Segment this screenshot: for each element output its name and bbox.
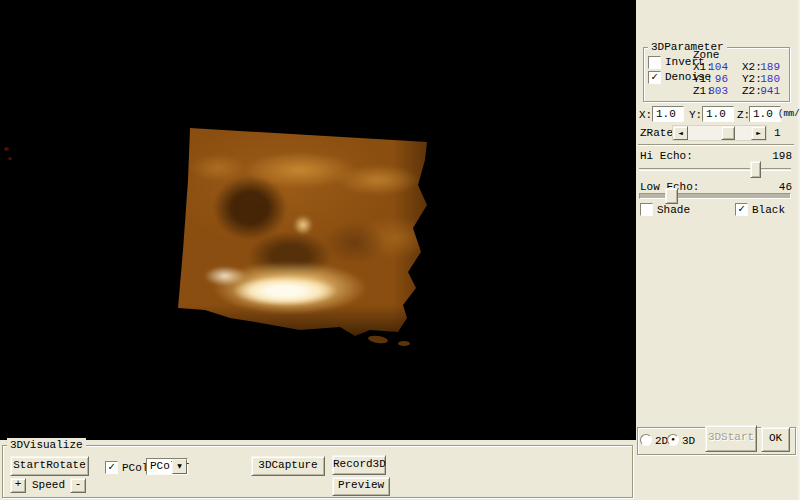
radio-2d[interactable] [640,434,652,446]
zrate-scroll-right-button[interactable]: ► [751,126,766,140]
hi-echo-label: Hi Echo: [640,150,693,162]
preview-button[interactable]: Preview [332,477,390,496]
zone-x2-value: 189 [760,61,780,73]
radio-3d-label: 3D [682,435,695,447]
denoise-checkbox[interactable]: ✓ [648,71,661,84]
zrate-value: 1 [774,127,781,139]
zone-z2-value: 941 [760,85,780,97]
zone-z2-label: Z2: [742,85,762,97]
zone-title: Zone [693,49,719,61]
parameter-panel: 3DParameter Invert ✓ Denoise Zone X1: 10… [636,0,800,500]
x-scale-value: 1.0 [656,108,676,120]
hi-echo-value: 198 [756,150,792,162]
zone-x1-value: 104 [708,61,728,73]
app-window: 3DParameter Invert ✓ Denoise Zone X1: 10… [0,0,800,500]
x-scale-input[interactable]: 1.0 [652,106,684,122]
ultrasound-fragment [398,341,410,346]
zone-y2-label: Y2: [742,73,762,85]
y-scale-value: 1.0 [706,108,726,120]
zone-y1-value: 96 [708,73,728,85]
zrate-scroll-thumb[interactable] [721,126,735,140]
render-canvas[interactable] [0,0,636,440]
scale-unit-label: (mm/p) [778,108,800,120]
shade-checkbox[interactable] [640,203,653,216]
ultrasound-texture [162,100,458,356]
canvas-artifact [4,147,9,151]
low-echo-value: 46 [756,181,792,193]
y-scale-label: Y: [689,109,702,121]
x-scale-label: X: [639,109,652,121]
visualize-panel: 3DVisualize StartRotate + Speed - ✓ PCol… [0,440,636,500]
3dvisualize-group-title: 3DVisualize [7,438,86,452]
zone-y2-value: 180 [760,73,780,85]
zone-z1-value: 803 [708,85,728,97]
3dstart-button[interactable]: 3DStart [705,425,757,452]
left-arrow-icon: ◄ [678,129,683,136]
shade-label: Shade [657,204,690,216]
zrate-label: ZRate [640,127,673,139]
speed-plus-button[interactable]: + [10,478,26,493]
start-rotate-button[interactable]: StartRotate [10,456,89,476]
right-arrow-icon: ► [756,129,761,136]
radio-3d[interactable]: ● [667,434,679,446]
zone-x2-label: X2: [742,61,762,73]
dropdown-arrow-icon: ▼ [177,462,182,469]
check-icon: ✓ [651,71,658,83]
pcolor-dropdown[interactable]: PColor ▼ [146,458,188,475]
ultrasound-volume[interactable] [170,108,450,348]
ultrasound-fragment [368,335,389,345]
ok-button[interactable]: OK [761,427,790,452]
zrate-scroll-left-button[interactable]: ◄ [673,126,688,140]
invert-checkbox[interactable] [648,56,661,69]
hi-echo-slider[interactable] [639,168,791,171]
check-icon: ✓ [738,203,745,215]
low-echo-slider[interactable] [639,193,791,199]
record3d-button[interactable]: Record3D [332,455,386,475]
y-scale-input[interactable]: 1.0 [702,106,734,122]
z-scale-value: 1.0 [753,108,773,120]
hi-echo-thumb[interactable] [750,161,761,178]
speed-label: Speed [32,479,65,491]
low-echo-thumb[interactable] [665,188,678,204]
radio-dot-icon: ● [671,436,675,443]
3dcapture-button[interactable]: 3DCapture [251,456,325,476]
check-icon: ✓ [108,461,115,473]
divider [638,144,794,146]
black-label: Black [752,204,785,216]
pcolor-checkbox[interactable]: ✓ [105,461,118,474]
black-checkbox[interactable]: ✓ [735,203,748,216]
z-scale-input[interactable]: 1.0 [749,106,781,122]
speed-minus-button[interactable]: - [70,478,86,493]
pcolor-dropdown-button[interactable]: ▼ [172,459,187,474]
zrate-scrollbar[interactable]: ◄ ► [672,125,767,141]
canvas-artifact [8,157,12,160]
